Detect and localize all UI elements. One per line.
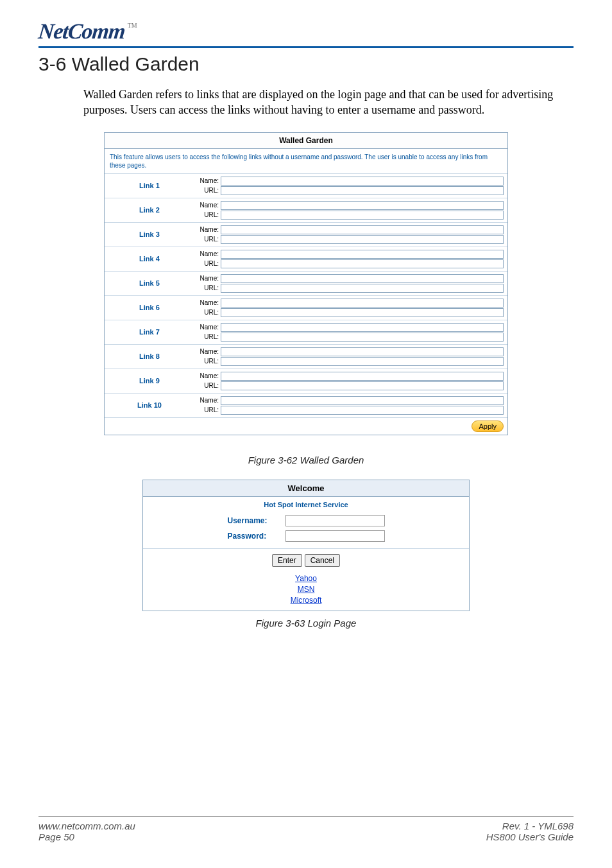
login-subtitle: Hot Spot Internet Service bbox=[143, 497, 469, 512]
url-label: URL: bbox=[194, 358, 219, 365]
link-row: Link 3Name:URL: bbox=[105, 222, 507, 247]
footer-rev: Rev. 1 - YML698 bbox=[486, 820, 574, 831]
name-label: Name: bbox=[194, 299, 219, 306]
name-label: Name: bbox=[194, 397, 219, 404]
apply-button[interactable]: Apply bbox=[472, 421, 504, 432]
walled-garden-panel: Walled Garden This feature allows users … bbox=[104, 132, 508, 435]
link-name-input[interactable] bbox=[221, 225, 504, 234]
enter-button[interactable]: Enter bbox=[272, 554, 302, 567]
link-name-input[interactable] bbox=[221, 347, 504, 356]
link-label: Link 9 bbox=[105, 369, 194, 393]
username-label: Username: bbox=[228, 516, 280, 525]
link-url-input[interactable] bbox=[221, 235, 504, 244]
link-url-input[interactable] bbox=[221, 259, 504, 268]
name-label: Name: bbox=[194, 275, 219, 282]
footer-page: Page 50 bbox=[38, 831, 135, 842]
name-label: Name: bbox=[194, 324, 219, 331]
external-links: Yahoo MSN Microsoft bbox=[143, 574, 469, 611]
name-label: Name: bbox=[194, 250, 219, 257]
login-welcome: Welcome bbox=[143, 480, 469, 497]
panel-title: Walled Garden bbox=[105, 133, 507, 149]
cancel-button[interactable]: Cancel bbox=[305, 554, 340, 567]
figure-caption-63: Figure 3-63 Login Page bbox=[38, 618, 574, 629]
panel-description: This feature allows users to access the … bbox=[105, 149, 507, 173]
name-label: Name: bbox=[194, 226, 219, 233]
password-input[interactable] bbox=[285, 530, 385, 542]
link-label: Link 5 bbox=[105, 272, 194, 295]
link-row: Link 5Name:URL: bbox=[105, 271, 507, 295]
link-name-input[interactable] bbox=[221, 201, 504, 210]
url-label: URL: bbox=[194, 284, 219, 291]
login-panel: Welcome Hot Spot Internet Service Userna… bbox=[142, 480, 470, 611]
link-name-input[interactable] bbox=[221, 177, 504, 186]
link-name-input[interactable] bbox=[221, 299, 504, 308]
link-name-input[interactable] bbox=[221, 396, 504, 405]
password-label: Password: bbox=[228, 532, 280, 541]
url-label: URL: bbox=[194, 260, 219, 267]
link-name-input[interactable] bbox=[221, 274, 504, 283]
name-label: Name: bbox=[194, 202, 219, 209]
link-label: Link 3 bbox=[105, 223, 194, 247]
link-row: Link 4Name:URL: bbox=[105, 247, 507, 271]
link-url-input[interactable] bbox=[221, 381, 504, 390]
link-row: Link 7Name:URL: bbox=[105, 320, 507, 344]
brand-tm: TM bbox=[128, 22, 137, 29]
link-row: Link 6Name:URL: bbox=[105, 295, 507, 320]
link-row: Link 9Name:URL: bbox=[105, 369, 507, 393]
link-label: Link 6 bbox=[105, 296, 194, 320]
url-label: URL: bbox=[194, 382, 219, 389]
intro-paragraph: Walled Garden refers to links that are d… bbox=[83, 87, 574, 118]
link-url-input[interactable] bbox=[221, 333, 504, 342]
ext-link-microsoft[interactable]: Microsoft bbox=[143, 596, 469, 605]
url-label: URL: bbox=[194, 406, 219, 413]
figure-caption-62: Figure 3-62 Walled Garden bbox=[38, 455, 574, 465]
footer-guide: HS800 User's Guide bbox=[486, 831, 574, 842]
link-label: Link 7 bbox=[105, 320, 194, 344]
link-row: Link 8Name:URL: bbox=[105, 344, 507, 369]
username-input[interactable] bbox=[285, 515, 385, 526]
link-name-input[interactable] bbox=[221, 323, 504, 332]
link-url-input[interactable] bbox=[221, 406, 504, 415]
link-row: Link 10Name:URL: bbox=[105, 393, 507, 417]
link-row: Link 2Name:URL: bbox=[105, 198, 507, 222]
link-url-input[interactable] bbox=[221, 186, 504, 195]
link-label: Link 1 bbox=[105, 174, 194, 198]
link-url-input[interactable] bbox=[221, 211, 504, 220]
name-label: Name: bbox=[194, 177, 219, 184]
url-label: URL: bbox=[194, 333, 219, 340]
footer-rule bbox=[38, 816, 574, 817]
link-label: Link 2 bbox=[105, 198, 194, 222]
link-url-input[interactable] bbox=[221, 308, 504, 317]
link-label: Link 10 bbox=[105, 394, 194, 417]
link-label: Link 4 bbox=[105, 247, 194, 271]
link-label: Link 8 bbox=[105, 345, 194, 369]
header-rule bbox=[38, 46, 574, 48]
url-label: URL: bbox=[194, 309, 219, 316]
footer-url: www.netcomm.com.au bbox=[38, 820, 135, 831]
url-label: URL: bbox=[194, 236, 219, 243]
brand-logo: NetComm TM bbox=[38, 19, 574, 44]
page-footer: www.netcomm.com.au Page 50 Rev. 1 - YML6… bbox=[38, 820, 574, 842]
link-name-input[interactable] bbox=[221, 372, 504, 381]
section-heading: 3-6 Walled Garden bbox=[38, 53, 574, 75]
link-name-input[interactable] bbox=[221, 250, 504, 259]
link-url-input[interactable] bbox=[221, 357, 504, 366]
link-row: Link 1Name:URL: bbox=[105, 173, 507, 198]
link-url-input[interactable] bbox=[221, 284, 504, 293]
url-label: URL: bbox=[194, 211, 219, 218]
name-label: Name: bbox=[194, 372, 219, 379]
ext-link-yahoo[interactable]: Yahoo bbox=[143, 574, 469, 583]
brand-name: NetComm bbox=[37, 19, 126, 44]
name-label: Name: bbox=[194, 348, 219, 355]
ext-link-msn[interactable]: MSN bbox=[143, 585, 469, 594]
url-label: URL: bbox=[194, 187, 219, 194]
